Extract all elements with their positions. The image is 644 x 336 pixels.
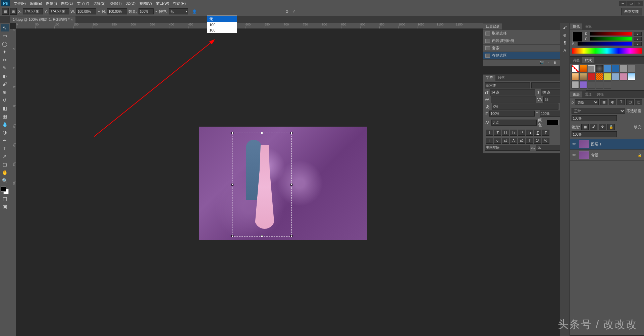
- lock-all-icon[interactable]: 🔒: [607, 124, 615, 130]
- shape-tool[interactable]: ▢: [1, 161, 9, 168]
- gradient-tool[interactable]: ▦: [1, 113, 9, 120]
- ad-button[interactable]: aδ: [518, 138, 525, 144]
- color-swatch[interactable]: [1, 186, 9, 194]
- menu-filter[interactable]: 滤镜(T): [108, 1, 124, 6]
- tool-preset-icon[interactable]: ▦: [2, 8, 9, 15]
- layers-tab[interactable]: 图层: [570, 91, 582, 97]
- dropdown-item-100b[interactable]: 100: [207, 27, 237, 33]
- new-snapshot-icon[interactable]: ▫: [546, 61, 551, 65]
- document-tab[interactable]: 14.jpg @ 100% (图层 1, RGB/8#) * ×: [10, 16, 75, 23]
- style-swatch[interactable]: [580, 81, 587, 88]
- r-slider[interactable]: [590, 32, 632, 36]
- blur-tool[interactable]: 💧: [1, 121, 9, 128]
- menu-3d[interactable]: 3D(D): [124, 1, 138, 5]
- style-swatch[interactable]: [612, 65, 619, 72]
- para-panel-icon[interactable]: ¶: [561, 40, 569, 46]
- strike-button[interactable]: T: [542, 130, 549, 136]
- t1-button[interactable]: T: [526, 138, 533, 144]
- paragraph-tab[interactable]: 段落: [495, 75, 507, 81]
- cancel-icon[interactable]: ⊘: [285, 9, 288, 14]
- b-slider[interactable]: [578, 42, 632, 46]
- g-slider[interactable]: [590, 37, 632, 41]
- menu-file[interactable]: 文件(F): [12, 1, 28, 6]
- style-swatch[interactable]: [572, 81, 579, 88]
- baseline-input[interactable]: [491, 120, 537, 126]
- lock-pixel-icon[interactable]: 🖌: [590, 124, 597, 130]
- layer-item[interactable]: 👁 背景 🔒: [570, 150, 644, 161]
- style-swatch[interactable]: [628, 73, 635, 80]
- stamp-tool[interactable]: ⊕: [1, 88, 9, 96]
- style-swatch[interactable]: [604, 73, 611, 80]
- menu-help[interactable]: 帮助(H): [171, 1, 187, 6]
- style-swatch[interactable]: [596, 81, 603, 88]
- font-size-input[interactable]: [490, 89, 535, 95]
- style-swatch[interactable]: [604, 65, 611, 72]
- style-swatch[interactable]: [628, 65, 635, 72]
- menu-image[interactable]: 图像(I): [44, 1, 59, 6]
- italic-button[interactable]: T: [494, 130, 501, 136]
- paths-tab[interactable]: 路径: [594, 91, 606, 97]
- h-input[interactable]: [107, 8, 127, 14]
- smallcaps-button[interactable]: Tт: [510, 130, 517, 136]
- clone-panel-icon[interactable]: ⊕: [561, 32, 569, 39]
- move-tool[interactable]: ↖: [1, 24, 9, 31]
- layer-thumbnail[interactable]: [579, 140, 589, 148]
- a-button[interactable]: A: [510, 138, 517, 144]
- fill-input[interactable]: [572, 131, 617, 137]
- glyph-panel-icon[interactable]: A: [561, 47, 569, 54]
- brush-tool[interactable]: 🖌: [1, 80, 9, 88]
- history-tab[interactable]: 历史记录: [483, 23, 502, 29]
- style-swatch[interactable]: [588, 65, 595, 72]
- filter-type-icon[interactable]: T: [618, 99, 625, 105]
- menu-edit[interactable]: 编辑(E): [28, 1, 44, 6]
- eyedropper-tool[interactable]: ✎: [1, 64, 9, 72]
- fi-button[interactable]: fi: [486, 138, 493, 144]
- visibility-icon[interactable]: 👁: [572, 142, 577, 146]
- style-swatch[interactable]: [620, 65, 627, 72]
- layer-thumbnail[interactable]: [579, 151, 589, 159]
- style-swatch[interactable]: [588, 81, 595, 88]
- path-tool[interactable]: ↗: [1, 153, 9, 160]
- style-swatch[interactable]: [620, 73, 627, 80]
- menu-select[interactable]: 选择(S): [91, 1, 108, 6]
- quickmask-tool[interactable]: ◫: [1, 195, 9, 202]
- superscript-button[interactable]: T¹: [518, 130, 525, 136]
- font-family-input[interactable]: [485, 82, 530, 88]
- filter-smart-icon[interactable]: ◫: [635, 99, 642, 105]
- history-item[interactable]: 取消选择: [483, 30, 560, 37]
- minimize-button[interactable]: ─: [619, 1, 627, 6]
- wand-tool[interactable]: ✦: [1, 48, 9, 56]
- chevron-down-icon[interactable]: ▼: [155, 10, 158, 13]
- style-swatch[interactable]: [572, 73, 579, 80]
- workspace-switcher[interactable]: 基本功能: [621, 8, 642, 15]
- canvas-image[interactable]: [199, 127, 367, 240]
- pen-tool[interactable]: ✒: [1, 137, 9, 144]
- style-swatch[interactable]: [596, 73, 603, 80]
- color-preview[interactable]: [572, 32, 582, 42]
- lock-trans-icon[interactable]: ▦: [581, 124, 589, 130]
- history-item[interactable]: 存储选区: [483, 52, 560, 59]
- person-icon[interactable]: 👤: [192, 9, 197, 14]
- history-item[interactable]: 内容识别比例: [483, 37, 560, 45]
- crop-tool[interactable]: ✂: [1, 56, 9, 64]
- underline-button[interactable]: T: [534, 130, 541, 136]
- language-input[interactable]: [485, 145, 530, 151]
- lasso-tool[interactable]: ◯: [1, 40, 9, 48]
- style-swatch[interactable]: [604, 81, 611, 88]
- opacity-input[interactable]: [572, 115, 617, 121]
- screenmode-tool[interactable]: ▣: [1, 203, 9, 210]
- filter-select[interactable]: 类型: [575, 99, 599, 105]
- character-tab[interactable]: 字符: [483, 75, 495, 81]
- style-swatch[interactable]: [580, 65, 587, 72]
- eraser-tool[interactable]: ◧: [1, 105, 9, 112]
- style-swatch[interactable]: [572, 65, 579, 72]
- hand-tool[interactable]: ✋: [1, 169, 9, 176]
- blend-mode-select[interactable]: 正常: [572, 108, 625, 114]
- adjustments-tab[interactable]: 调整: [570, 57, 582, 63]
- dropdown-item-100a[interactable]: 100: [207, 22, 237, 27]
- style-swatch[interactable]: [596, 65, 603, 72]
- y-input[interactable]: [49, 8, 69, 14]
- link-icon[interactable]: ⚭: [98, 9, 101, 14]
- bold-button[interactable]: T: [486, 130, 493, 136]
- style-swatch[interactable]: [580, 73, 587, 80]
